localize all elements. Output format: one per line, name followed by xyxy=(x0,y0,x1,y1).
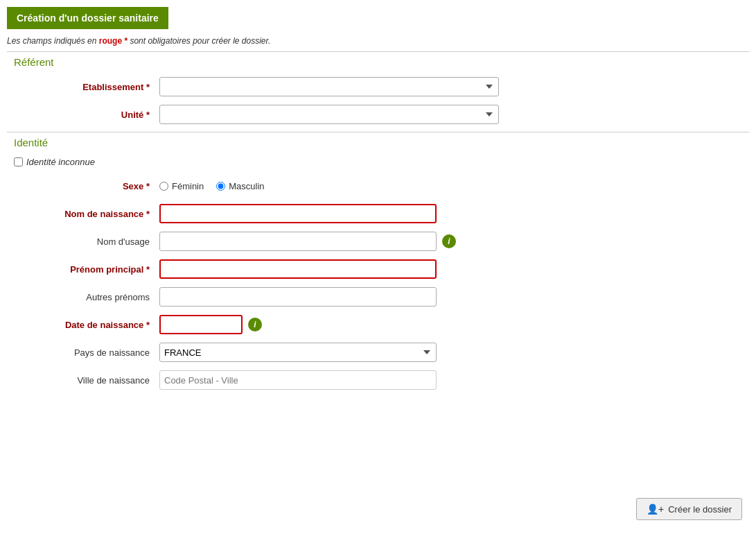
sexe-masculin-radio[interactable] xyxy=(216,182,225,191)
sexe-row: Sexe * Féminin Masculin xyxy=(7,175,749,196)
prenom-principal-input[interactable] xyxy=(159,259,437,279)
referent-section: Référent Etablissement * Unité * xyxy=(7,51,749,125)
nom-naissance-label: Nom de naissance * xyxy=(7,209,159,219)
nom-usage-row: Nom d'usage i xyxy=(7,231,749,252)
nom-usage-info-icon[interactable]: i xyxy=(442,234,456,248)
sexe-masculin-label[interactable]: Masculin xyxy=(216,181,264,191)
nom-naissance-input[interactable] xyxy=(159,204,437,223)
identite-inconnue-label[interactable]: Identité inconnue xyxy=(26,157,95,167)
unite-select[interactable] xyxy=(159,105,499,124)
sexe-feminin-label[interactable]: Féminin xyxy=(159,181,204,191)
date-naissance-info-icon[interactable]: i xyxy=(248,318,262,331)
ville-naissance-label: Ville de naissance xyxy=(7,375,159,386)
pays-naissance-row: Pays de naissance FRANCE xyxy=(7,342,749,363)
etablissement-select[interactable] xyxy=(159,77,499,96)
pays-naissance-label: Pays de naissance xyxy=(7,347,159,358)
prenom-principal-label: Prénom principal * xyxy=(7,264,159,275)
identite-section: Identité Identité inconnue Sexe * Fémini… xyxy=(7,132,749,390)
create-dossier-icon: 👤+ xyxy=(647,503,664,515)
referent-section-title: Référent xyxy=(14,56,749,68)
etablissement-label: Etablissement * xyxy=(7,82,159,92)
sexe-feminin-radio[interactable] xyxy=(159,182,168,191)
footer-area: 👤+ Créer le dossier xyxy=(636,498,742,520)
create-dossier-button[interactable]: 👤+ Créer le dossier xyxy=(636,498,742,520)
ville-naissance-row: Ville de naissance xyxy=(7,370,749,390)
identite-inconnue-row: Identité inconnue xyxy=(14,157,749,167)
pays-naissance-select[interactable]: FRANCE xyxy=(159,343,437,362)
ville-naissance-input[interactable] xyxy=(159,370,437,390)
prenom-principal-row: Prénom principal * xyxy=(7,259,749,279)
autres-prenoms-label: Autres prénoms xyxy=(7,292,159,302)
autres-prenoms-row: Autres prénoms xyxy=(7,286,749,307)
nom-naissance-row: Nom de naissance * xyxy=(7,203,749,224)
sexe-label: Sexe * xyxy=(7,181,159,191)
unite-label: Unité * xyxy=(7,110,159,120)
autres-prenoms-input[interactable] xyxy=(159,287,437,307)
page-container: Création d'un dossier sanitaire Les cham… xyxy=(0,0,756,534)
nom-usage-label: Nom d'usage xyxy=(7,236,159,247)
unite-row: Unité * xyxy=(7,104,749,125)
nom-usage-input[interactable] xyxy=(159,232,437,251)
etablissement-row: Etablissement * xyxy=(7,76,749,97)
date-naissance-input[interactable] xyxy=(159,315,243,334)
page-title: Création d'un dossier sanitaire xyxy=(17,12,159,24)
create-dossier-label: Créer le dossier xyxy=(668,504,732,515)
sexe-radio-group: Féminin Masculin xyxy=(159,181,265,191)
date-naissance-label: Date de naissance * xyxy=(7,320,159,330)
required-note: Les champs indiqués en rouge * sont obli… xyxy=(7,36,749,46)
identite-inconnue-checkbox[interactable] xyxy=(14,157,23,166)
page-header: Création d'un dossier sanitaire xyxy=(7,7,168,29)
identite-section-title: Identité xyxy=(14,137,749,148)
date-naissance-row: Date de naissance * i xyxy=(7,314,749,335)
